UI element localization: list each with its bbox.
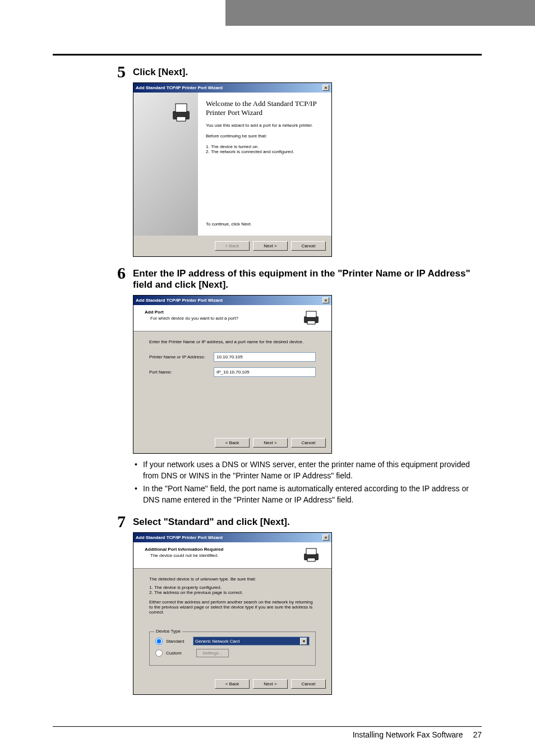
step-6-notes: If your network uses a DNS or WINS serve… (133, 459, 482, 505)
note-dns-wins: If your network uses a DNS or WINS serve… (133, 459, 482, 481)
welcome-heading: Welcome to the Add Standard TCP/IP Print… (206, 99, 324, 117)
prerequisites-list: The device is turned on. The network is … (206, 144, 324, 154)
device-type-group: Device Type Standard Generic Network Car… (149, 631, 316, 666)
back-button[interactable]: < Back (215, 438, 250, 448)
port-name-input[interactable] (214, 367, 316, 377)
step-5-title: Click [Next]. (133, 67, 482, 78)
printer-icon (302, 547, 320, 563)
svg-rect-4 (306, 311, 316, 317)
add-port-heading: Add Port (145, 310, 238, 315)
wizard-addport-dialog: Add Standard TCP/IP Printer Port Wizard … (133, 295, 332, 454)
instruction-text: Enter the Printer Name or IP address, an… (149, 339, 316, 344)
step-6: 6 Enter the IP address of this equipment… (53, 268, 482, 505)
dialog-titlebar: Add Standard TCP/IP Printer Port Wizard … (133, 296, 331, 305)
dialog-titlebar: Add Standard TCP/IP Printer Port Wizard … (133, 83, 331, 93)
top-gray-bar (225, 0, 535, 26)
dialog-titlebar: Add Standard TCP/IP Printer Port Wizard … (133, 533, 331, 542)
back-button: < Back (215, 241, 250, 251)
step-6-number: 6 (117, 264, 126, 283)
device-type-select[interactable]: Generic Network Card ▾ (193, 637, 310, 646)
check-list: The device is properly configured. The a… (149, 585, 316, 595)
wizard-welcome-dialog: Add Standard TCP/IP Printer Port Wizard … (133, 82, 332, 257)
standard-radio[interactable] (155, 638, 163, 645)
standard-label: Standard (166, 639, 193, 644)
additional-info-subtext: The device could not be identified. (150, 553, 223, 558)
prereq-item-1: The device is turned on. (206, 144, 324, 149)
svg-rect-8 (307, 558, 315, 561)
cancel-button[interactable]: Cancel (291, 241, 326, 251)
page-footer: Installing Network Fax Software 27 (53, 726, 482, 739)
device-type-legend: Device Type (154, 629, 182, 634)
custom-radio[interactable] (155, 649, 163, 657)
close-icon[interactable]: × (322, 85, 329, 91)
step-6-title: Enter the IP address of this equipment i… (133, 268, 482, 291)
port-name-label: Port Name: (149, 370, 214, 375)
svg-rect-1 (176, 104, 187, 112)
step-7-number: 7 (117, 512, 126, 531)
cancel-button[interactable]: Cancel (291, 438, 326, 448)
svg-rect-7 (306, 548, 316, 555)
add-port-subtext: For which device do you want to add a po… (150, 316, 238, 321)
printer-icon (302, 310, 320, 325)
svg-rect-5 (307, 321, 315, 324)
svg-rect-2 (177, 117, 186, 121)
printer-name-label: Printer Name or IP Address: (149, 354, 214, 359)
cancel-button[interactable]: Cancel (291, 679, 326, 689)
check-item-2: The address on the previous page is corr… (149, 590, 316, 595)
dialog-title-text: Add Standard TCP/IP Printer Port Wizard (136, 298, 223, 303)
select-value: Generic Network Card (195, 639, 239, 644)
before-continuing-text: Before continuing be sure that: (206, 133, 324, 139)
step-5: 5 Click [Next]. Add Standard TCP/IP Prin… (53, 67, 482, 257)
continue-instruction: To continue, click Next. (206, 222, 324, 227)
note-port-name: In the "Port Name" field, the port name … (133, 483, 482, 505)
check-item-1: The device is properly configured. (149, 585, 316, 590)
close-icon[interactable]: × (322, 297, 329, 303)
unknown-device-text: The detected device is of unknown type. … (149, 577, 316, 582)
step-7: 7 Select "Standard" and click [Next]. Ad… (53, 517, 482, 695)
step-5-number: 5 (117, 62, 126, 81)
next-button[interactable]: Next > (253, 438, 288, 448)
welcome-description: You use this wizard to add a port for a … (206, 123, 324, 128)
settings-button: Settings... (196, 649, 229, 657)
additional-info-heading: Additional Port Information Required (145, 547, 223, 552)
back-button[interactable]: < Back (215, 679, 250, 689)
wizard-devicetype-dialog: Add Standard TCP/IP Printer Port Wizard … (133, 532, 332, 695)
printer-name-input[interactable] (214, 352, 316, 362)
wizard-sidebar-graphic (133, 93, 198, 236)
dialog-title-text: Add Standard TCP/IP Printer Port Wizard (136, 535, 223, 540)
next-button[interactable]: Next > (253, 241, 288, 251)
step-7-title: Select "Standard" and click [Next]. (133, 517, 482, 528)
prereq-item-2: The network is connected and configured. (206, 149, 324, 154)
close-icon[interactable]: × (322, 534, 329, 541)
chevron-down-icon: ▾ (300, 638, 307, 645)
next-button[interactable]: Next > (253, 679, 288, 689)
custom-label: Custom (166, 651, 193, 656)
printer-icon (170, 101, 192, 123)
page-number: 27 (473, 730, 482, 739)
content-area: 5 Click [Next]. Add Standard TCP/IP Prin… (53, 54, 482, 706)
correction-instruction: Either correct the address and perform a… (149, 600, 316, 615)
footer-section-title: Installing Network Fax Software (353, 730, 463, 739)
dialog-title-text: Add Standard TCP/IP Printer Port Wizard (136, 85, 223, 90)
